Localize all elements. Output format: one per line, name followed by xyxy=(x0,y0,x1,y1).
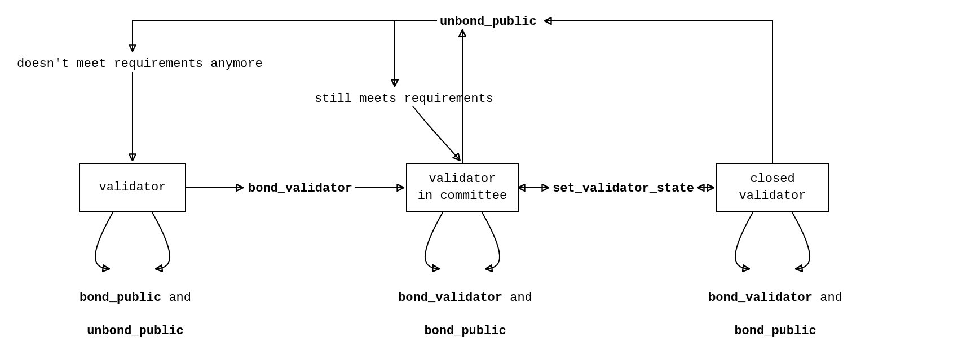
state-committee-label: validator in committee xyxy=(418,171,507,204)
state-closed-validator: closed validator xyxy=(716,163,829,212)
edge-set-validator-state: set_validator_state xyxy=(553,180,694,197)
state-validator: validator xyxy=(79,163,186,212)
selfloop-validator-label: bond_public and unbond_public xyxy=(62,273,209,340)
selfloop-closed-label: bond_validator and bond_public xyxy=(694,273,857,340)
edge-no-requirements: doesn't meet requirements anymore xyxy=(17,56,263,73)
selfloop-committee-label: bond_validator and bond_public xyxy=(383,273,547,340)
edge-unbond-public: unbond_public xyxy=(440,14,537,30)
state-closed-label: closed validator xyxy=(739,171,806,204)
state-validator-label: validator xyxy=(99,179,166,196)
edge-still-requirements: still meets requirements xyxy=(315,91,493,108)
validator-state-diagram: validator validator in committee closed … xyxy=(0,0,980,346)
edge-bond-validator: bond_validator xyxy=(248,180,352,197)
state-validator-in-committee: validator in committee xyxy=(406,163,519,212)
